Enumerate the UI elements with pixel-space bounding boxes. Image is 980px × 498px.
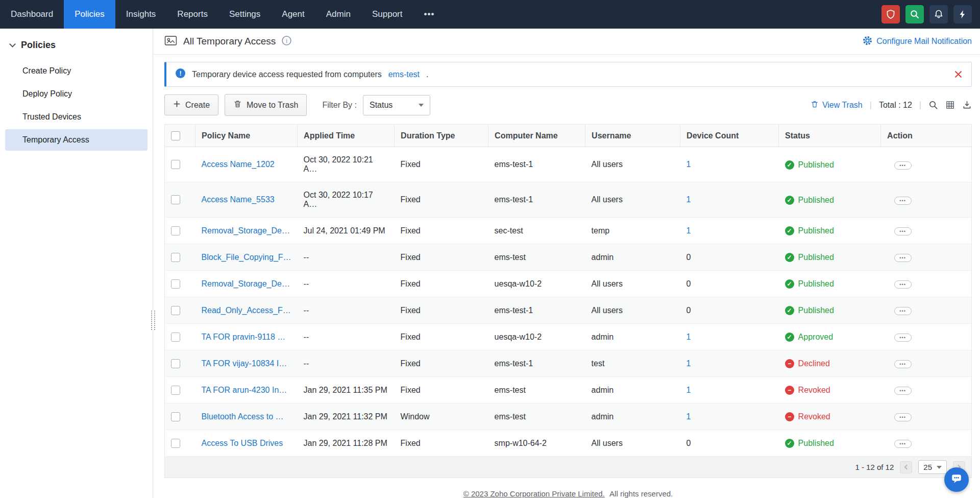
status-label: Published bbox=[798, 253, 834, 262]
sidebar-resize-handle[interactable] bbox=[151, 311, 155, 330]
select-all-header bbox=[165, 125, 195, 147]
page-footer: © 2023 Zoho Corporation Private Limited.… bbox=[164, 478, 972, 498]
policy-name-link[interactable]: Bluetooth Access to … bbox=[202, 412, 284, 421]
nav-item-policies[interactable]: Policies bbox=[64, 0, 115, 29]
nav-item-dashboard[interactable]: Dashboard bbox=[0, 0, 64, 29]
row-checkbox[interactable] bbox=[171, 359, 180, 368]
move-to-trash-button[interactable]: Move to Trash bbox=[225, 94, 307, 116]
configure-mail-notification-link[interactable]: Configure Mail Notification bbox=[863, 36, 972, 48]
device-count[interactable]: 1 bbox=[687, 386, 691, 394]
nav-item-agent[interactable]: Agent bbox=[271, 0, 315, 29]
status-filter-select[interactable]: Status bbox=[363, 95, 430, 115]
policy-name-link[interactable]: Access Name_5533 bbox=[202, 195, 275, 204]
toolbar: Create Move to Trash Filter By : Status … bbox=[164, 94, 972, 116]
status-cell: ✓ Approved bbox=[779, 324, 881, 350]
search-icon[interactable] bbox=[905, 5, 924, 23]
status-cell: ✓ Published bbox=[779, 271, 881, 297]
row-actions-button[interactable]: ••• bbox=[894, 254, 912, 262]
row-checkbox[interactable] bbox=[171, 253, 180, 262]
row-actions-button[interactable]: ••• bbox=[894, 360, 912, 368]
sidebar-item-deploy-policy[interactable]: Deploy Policy bbox=[5, 83, 148, 105]
row-actions-button[interactable]: ••• bbox=[894, 440, 912, 448]
policy-name-link[interactable]: Block_File_Copying_F… bbox=[202, 253, 291, 262]
sidebar-item-temporary-access[interactable]: Temporary Access bbox=[5, 129, 148, 151]
nav-item-admin[interactable]: Admin bbox=[315, 0, 361, 29]
nav-item-support[interactable]: Support bbox=[361, 0, 413, 29]
nav-item-insights[interactable]: Insights bbox=[115, 0, 167, 29]
policy-name-link[interactable]: Read_Only_Access_F… bbox=[202, 306, 291, 315]
duration-type-cell: Fixed bbox=[395, 182, 488, 218]
applied-time-cell: -- bbox=[298, 324, 395, 350]
row-actions-button[interactable]: ••• bbox=[894, 387, 912, 395]
device-count[interactable]: 1 bbox=[687, 160, 691, 169]
quick-actions-bolt-icon[interactable] bbox=[953, 5, 972, 23]
device-count: 0 bbox=[687, 306, 691, 315]
policy-name-link[interactable]: TA FOR arun-4230 In… bbox=[202, 386, 287, 394]
applied-time-cell: Jan 29, 2021 11:35 PM bbox=[298, 377, 395, 404]
row-checkbox[interactable] bbox=[171, 386, 180, 395]
device-count[interactable]: 1 bbox=[687, 359, 691, 368]
row-checkbox[interactable] bbox=[171, 279, 180, 289]
policy-name-link[interactable]: TA FOR pravin-9118 … bbox=[202, 333, 286, 341]
page-size-select[interactable]: 25 bbox=[918, 460, 947, 474]
row-actions-button[interactable]: ••• bbox=[894, 227, 912, 235]
row-actions-button[interactable]: ••• bbox=[894, 197, 912, 205]
rights-text: All rights reserved. bbox=[609, 489, 673, 498]
row-checkbox[interactable] bbox=[171, 226, 180, 235]
row-actions-button[interactable]: ••• bbox=[894, 161, 912, 170]
info-icon[interactable]: i bbox=[282, 36, 291, 48]
alert-computer-link[interactable]: ems-test bbox=[388, 70, 420, 79]
sidebar-section-policies[interactable]: Policies bbox=[0, 37, 153, 59]
row-checkbox[interactable] bbox=[171, 333, 180, 342]
select-all-checkbox[interactable] bbox=[171, 131, 180, 140]
prev-page-button[interactable] bbox=[900, 461, 912, 473]
duration-type-cell: Fixed bbox=[395, 244, 488, 271]
chat-widget-button[interactable] bbox=[944, 467, 969, 492]
sidebar-item-trusted-devices[interactable]: Trusted Devices bbox=[5, 106, 148, 128]
table-row: Read_Only_Access_F… -- Fixed ems-test-1 … bbox=[165, 297, 972, 324]
policy-name-link[interactable]: Removal_Storage_De… bbox=[202, 279, 290, 288]
device-count[interactable]: 1 bbox=[687, 412, 691, 421]
policy-name-link[interactable]: Access Name_1202 bbox=[202, 160, 275, 169]
row-checkbox[interactable] bbox=[171, 195, 180, 204]
table-row: Access Name_5533 Oct 30, 2022 10:17 A… F… bbox=[165, 182, 972, 218]
status-badge: ✓ Published bbox=[785, 306, 834, 315]
status-badge: − Declined bbox=[785, 359, 830, 368]
alert-close-icon[interactable] bbox=[954, 70, 962, 78]
create-button[interactable]: Create bbox=[164, 94, 218, 115]
row-actions-button[interactable]: ••• bbox=[894, 307, 912, 315]
row-checkbox[interactable] bbox=[171, 306, 180, 315]
policy-name-link[interactable]: TA FOR vijay-10834 I… bbox=[202, 359, 287, 368]
row-actions-button[interactable]: ••• bbox=[894, 280, 912, 289]
duration-type-cell: Fixed bbox=[395, 350, 488, 377]
row-actions-button[interactable]: ••• bbox=[894, 413, 912, 421]
row-checkbox[interactable] bbox=[171, 412, 180, 421]
device-count[interactable]: 1 bbox=[687, 195, 691, 204]
device-count[interactable]: 1 bbox=[687, 333, 691, 341]
shield-logo-icon[interactable] bbox=[881, 5, 900, 23]
device-count-cell: 1 bbox=[680, 218, 779, 244]
policy-name-link[interactable]: Removal_Storage_De… bbox=[202, 226, 290, 235]
row-checkbox[interactable] bbox=[171, 439, 180, 448]
nav-item-more[interactable]: ••• bbox=[413, 0, 446, 29]
view-trash-icon bbox=[811, 100, 819, 110]
device-count[interactable]: 1 bbox=[687, 226, 691, 235]
view-trash-link[interactable]: View Trash bbox=[811, 100, 863, 110]
policy-name-cell: Access To USB Drives bbox=[195, 430, 298, 457]
copyright-link[interactable]: © 2023 Zoho Corporation Private Limited. bbox=[463, 489, 605, 498]
nav-item-reports[interactable]: Reports bbox=[166, 0, 218, 29]
table-row: Removal_Storage_De… -- Fixed uesqa-w10-2… bbox=[165, 271, 972, 297]
applied-time-cell: -- bbox=[298, 350, 395, 377]
notifications-bell-icon[interactable] bbox=[929, 5, 948, 23]
sidebar-item-create-policy[interactable]: Create Policy bbox=[5, 60, 148, 82]
column-chooser-grid-icon[interactable] bbox=[945, 100, 955, 110]
export-icon[interactable] bbox=[962, 100, 972, 110]
table-search-icon[interactable] bbox=[928, 100, 938, 110]
policy-name-link[interactable]: Access To USB Drives bbox=[202, 439, 283, 447]
row-actions-button[interactable]: ••• bbox=[894, 334, 912, 342]
nav-item-settings[interactable]: Settings bbox=[218, 0, 271, 29]
applied-time-cell: -- bbox=[298, 271, 395, 297]
applied-time-cell: Jan 29, 2021 11:32 PM bbox=[298, 404, 395, 430]
caret-down-icon bbox=[419, 104, 424, 107]
row-checkbox[interactable] bbox=[171, 160, 180, 169]
